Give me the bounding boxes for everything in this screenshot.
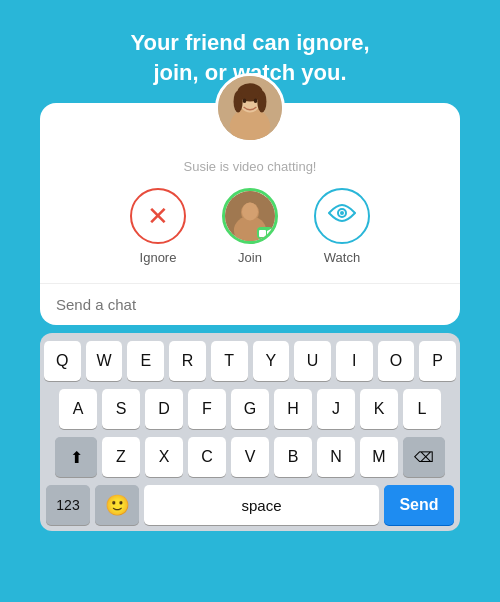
- delete-key[interactable]: ⌫: [403, 437, 445, 477]
- key-m[interactable]: M: [360, 437, 398, 477]
- ignore-button[interactable]: ✕: [130, 188, 186, 244]
- join-button[interactable]: [222, 188, 278, 244]
- svg-point-12: [242, 203, 258, 221]
- chat-input[interactable]: [40, 283, 460, 325]
- keyboard-row-2: A S D F G H J K L: [44, 389, 456, 429]
- watch-button[interactable]: [314, 188, 370, 244]
- ignore-action: ✕ Ignore: [130, 188, 186, 265]
- ignore-label: Ignore: [140, 250, 177, 265]
- actions-row: ✕ Ignore: [130, 188, 370, 265]
- key-f[interactable]: F: [188, 389, 226, 429]
- key-z[interactable]: Z: [102, 437, 140, 477]
- eye-icon: [328, 203, 356, 229]
- key-l[interactable]: L: [403, 389, 441, 429]
- shift-key[interactable]: ⬆: [55, 437, 97, 477]
- numbers-key[interactable]: 123: [46, 485, 90, 525]
- key-p[interactable]: P: [419, 341, 456, 381]
- keyboard-row-1: Q W E R T Y U I O P: [44, 341, 456, 381]
- watch-label: Watch: [324, 250, 360, 265]
- watch-action: Watch: [314, 188, 370, 265]
- key-d[interactable]: D: [145, 389, 183, 429]
- key-o[interactable]: O: [378, 341, 415, 381]
- avatar: [215, 73, 285, 143]
- key-n[interactable]: N: [317, 437, 355, 477]
- key-j[interactable]: J: [317, 389, 355, 429]
- keyboard-bottom-row: 123 🙂 space Send: [44, 485, 456, 525]
- keyboard-row-3: ⬆ Z X C V B N M ⌫: [44, 437, 456, 477]
- key-r[interactable]: R: [169, 341, 206, 381]
- x-icon: ✕: [147, 203, 169, 229]
- svg-marker-14: [267, 229, 271, 238]
- svg-point-8: [254, 99, 258, 104]
- key-u[interactable]: U: [294, 341, 331, 381]
- svg-point-6: [257, 91, 266, 113]
- key-a[interactable]: A: [59, 389, 97, 429]
- video-badge: [257, 227, 273, 239]
- key-s[interactable]: S: [102, 389, 140, 429]
- avatar-wrapper: [215, 73, 285, 143]
- key-i[interactable]: I: [336, 341, 373, 381]
- key-y[interactable]: Y: [253, 341, 290, 381]
- notification-card: Susie is video chatting! ✕ Ignore: [40, 103, 460, 325]
- emoji-key[interactable]: 🙂: [95, 485, 139, 525]
- status-text: Susie is video chatting!: [184, 159, 317, 174]
- keyboard: Q W E R T Y U I O P A S D F G H J K L ⬆ …: [40, 333, 460, 531]
- key-b[interactable]: B: [274, 437, 312, 477]
- key-g[interactable]: G: [231, 389, 269, 429]
- space-key[interactable]: space: [144, 485, 379, 525]
- send-key[interactable]: Send: [384, 485, 454, 525]
- key-k[interactable]: K: [360, 389, 398, 429]
- svg-point-5: [234, 91, 243, 113]
- key-w[interactable]: W: [86, 341, 123, 381]
- key-x[interactable]: X: [145, 437, 183, 477]
- svg-rect-13: [259, 230, 266, 237]
- join-label: Join: [238, 250, 262, 265]
- key-h[interactable]: H: [274, 389, 312, 429]
- key-c[interactable]: C: [188, 437, 226, 477]
- key-e[interactable]: E: [127, 341, 164, 381]
- join-action: Join: [222, 188, 278, 265]
- key-v[interactable]: V: [231, 437, 269, 477]
- key-t[interactable]: T: [211, 341, 248, 381]
- svg-point-7: [243, 99, 247, 104]
- svg-point-16: [340, 211, 344, 215]
- key-q[interactable]: Q: [44, 341, 81, 381]
